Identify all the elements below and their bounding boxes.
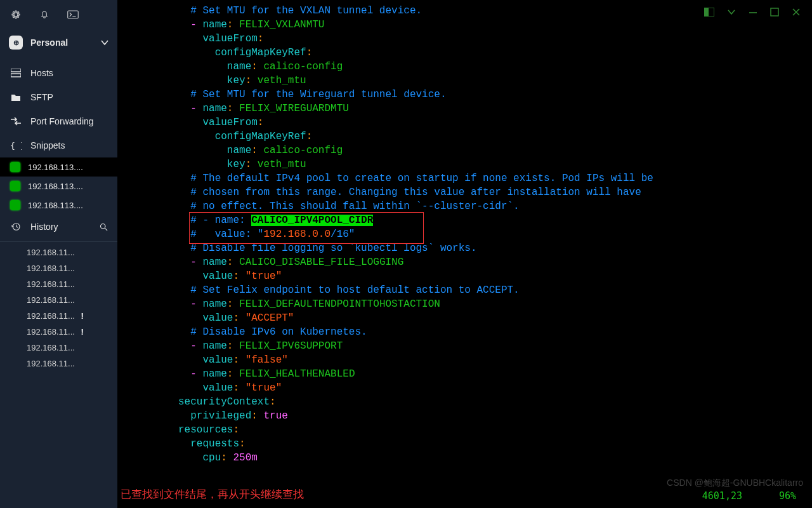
hosts-icon [10, 69, 22, 77]
minimize-icon[interactable] [749, 8, 757, 17]
recent-label: 192.168.11... [27, 327, 75, 337]
svg-point-12 [101, 224, 106, 229]
svg-rect-9 [11, 74, 21, 77]
gear-icon[interactable] [10, 9, 22, 20]
snippets-icon: { } [10, 141, 22, 150]
nav-hosts[interactable]: Hosts [0, 61, 117, 85]
recent-item[interactable]: 192.168.11... [0, 244, 117, 260]
nav-snippets[interactable]: { }Snippets [0, 133, 117, 157]
history-icon [10, 222, 22, 232]
search-icon[interactable] [99, 222, 108, 232]
recent-item[interactable]: 192.168.11... [0, 260, 117, 276]
recent-item[interactable]: 192.168.11... [0, 292, 117, 308]
status-position: 4601,23 [702, 490, 742, 502]
status-dot [10, 162, 20, 172]
recent-item[interactable]: 192.168.11... [0, 276, 117, 292]
recent-item[interactable]: 192.168.11... [0, 340, 117, 356]
svg-rect-6 [68, 11, 79, 18]
nav-label: Snippets [30, 140, 65, 150]
session-label: 192.168.113.... [28, 163, 107, 172]
warn-icon: ! [79, 327, 84, 337]
close-icon[interactable] [792, 8, 801, 17]
session-label: 192.168.113.... [28, 182, 107, 191]
svg-line-13 [105, 228, 107, 231]
svg-rect-3 [771, 8, 778, 16]
chevron-down-icon [101, 39, 108, 46]
watermark: CSDN @鲍海超-GNUBHCkalitarro [667, 478, 803, 489]
recent-label: 192.168.11... [27, 264, 75, 273]
window-controls [697, 4, 808, 20]
nav-history[interactable]: History [0, 215, 117, 239]
recent-label: 192.168.11... [27, 343, 75, 352]
svg-text:{ }: { } [10, 141, 22, 150]
nav-sftp[interactable]: SFTP [0, 85, 117, 109]
status-percent: 96% [779, 490, 796, 502]
sidebar: ⊕ Personal HostsSFTPPort Forwarding{ }Sn… [0, 0, 117, 508]
folder-icon [10, 93, 22, 102]
code-content: # Set MTU for the VXLAN tunnel device. -… [117, 0, 812, 465]
recent-label: 192.168.11... [27, 295, 75, 305]
chevron-down-icon[interactable] [727, 8, 736, 17]
workspace-selector[interactable]: ⊕ Personal [0, 29, 117, 61]
panel-icon[interactable] [704, 8, 714, 17]
terminal-icon[interactable] [67, 10, 79, 19]
recent-label: 192.168.11... [27, 279, 75, 289]
divider [0, 241, 117, 242]
status-dot [10, 200, 20, 210]
session-label: 192.168.113.... [28, 201, 107, 210]
port-fwd-icon [10, 117, 22, 126]
nav-port-forwarding[interactable]: Port Forwarding [0, 109, 117, 133]
status-dot [10, 181, 20, 191]
recent-label: 192.168.11... [27, 248, 75, 257]
nav-label: Hosts [30, 68, 53, 78]
bell-icon[interactable] [39, 9, 49, 20]
nav-label: Port Forwarding [30, 116, 94, 126]
recent-label: 192.168.11... [27, 359, 75, 368]
workspace-label: Personal [30, 37, 68, 48]
history-label: History [30, 222, 58, 232]
session-item[interactable]: 192.168.113.... [0, 157, 117, 177]
maximize-icon[interactable] [770, 8, 779, 17]
svg-rect-8 [11, 69, 21, 72]
warn-icon: ! [79, 311, 84, 321]
session-item[interactable]: 192.168.113.... [0, 196, 117, 215]
recent-item[interactable]: 192.168.11... [0, 356, 117, 371]
workspace-icon: ⊕ [9, 36, 23, 50]
status-message: 已查找到文件结尾，再从开头继续查找 [121, 487, 304, 502]
recent-item[interactable]: 192.168.11... ! [0, 308, 117, 324]
search-highlight: CALICO_IPV4POOL_CIDR [251, 215, 373, 226]
svg-rect-1 [704, 8, 709, 17]
session-item[interactable]: 192.168.113.... [0, 177, 117, 196]
sidebar-toolbar [0, 0, 117, 29]
recent-item[interactable]: 192.168.11... ! [0, 324, 117, 340]
terminal-editor[interactable]: # Set MTU for the VXLAN tunnel device. -… [117, 0, 812, 508]
recent-label: 192.168.11... [27, 311, 75, 321]
nav-label: SFTP [30, 92, 53, 102]
